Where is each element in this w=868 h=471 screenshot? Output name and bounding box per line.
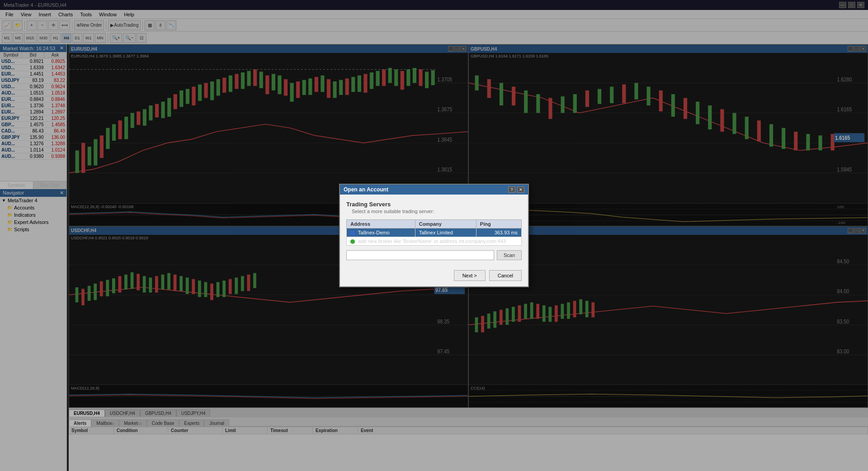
modal-overlay: Open an Account ? ✕ Trading Servers Sele… [0,0,868,471]
servers-table: Address Company Ping Tallinex-Demo Talli… [346,219,522,246]
server-row-add[interactable]: add new broker like 'BrokerName' or addr… [347,237,522,246]
server-add-cell: add new broker like 'BrokerName' or addr… [347,237,522,246]
modal-footer: Next > Cancel [340,266,528,286]
server-icon [350,231,355,235]
server-row-tallinex[interactable]: Tallinex-Demo Tallinex Limited 363.93 ms [347,228,522,237]
server-company-cell: Tallinex Limited [415,228,476,237]
modal-input-row: Scan [346,250,522,260]
modal-heading: Trading Servers [346,201,522,208]
modal-subtitle: Select a more suitable trading server: [346,209,522,214]
col-company: Company [415,219,476,228]
add-broker-icon [350,239,355,244]
modal-title: Open an Account [344,186,388,193]
server-ping-cell: 363.93 ms [476,228,521,237]
table-header-row: Address Company Ping [347,219,522,228]
modal-controls: ? ✕ [508,186,524,193]
col-address: Address [347,219,415,228]
next-button[interactable]: Next > [454,270,486,281]
modal-help-button[interactable]: ? [508,186,515,193]
server-address-cell: Tallinex-Demo [347,228,415,237]
open-account-dialog: Open an Account ? ✕ Trading Servers Sele… [339,184,529,287]
modal-title-bar: Open an Account ? ✕ [340,185,528,195]
server-address-input[interactable] [346,250,494,260]
modal-body: Trading Servers Select a more suitable t… [340,195,528,266]
scan-button[interactable]: Scan [497,250,522,260]
modal-close-button[interactable]: ✕ [517,186,524,193]
cancel-button[interactable]: Cancel [489,270,522,281]
col-ping: Ping [476,219,521,228]
